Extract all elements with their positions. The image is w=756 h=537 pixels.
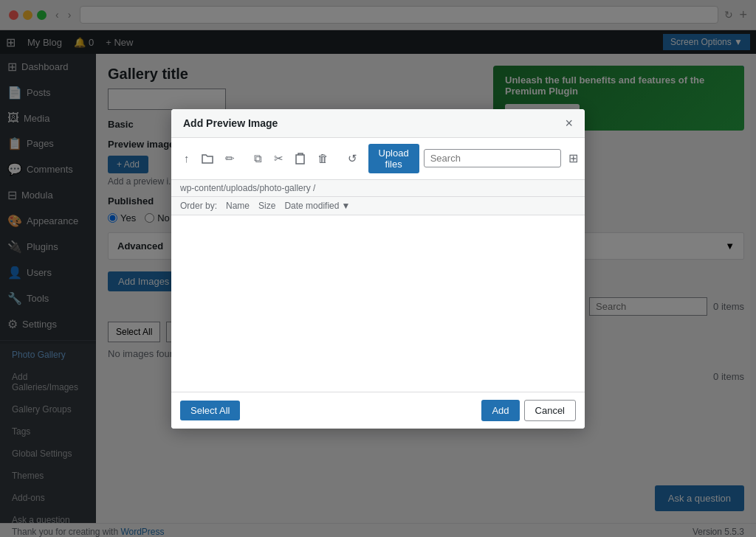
dialog-path: wp-content/uploads/photo-gallery /: [171, 180, 585, 197]
toolbar-copy-button[interactable]: ⧉: [250, 150, 266, 167]
toolbar-paste-button[interactable]: [292, 150, 309, 167]
dialog-search-input[interactable]: [424, 149, 561, 167]
dialog-body: [171, 215, 585, 392]
dialog-header: Add Preview Image ×: [171, 109, 585, 138]
toolbar-refresh-button[interactable]: ↺: [344, 150, 361, 167]
toolbar-upload-button[interactable]: ↑: [180, 150, 193, 167]
dialog-sort-row: Order by: Name Size Date modified ▼: [171, 197, 585, 215]
modal-overlay: Add Preview Image × ↑ ✏ ⧉ ✂ 🗑 ↺: [0, 0, 756, 537]
toolbar-folder-button[interactable]: [198, 151, 217, 166]
dialog-add-button[interactable]: Add: [481, 400, 519, 421]
toolbar-delete-button[interactable]: 🗑: [314, 150, 332, 167]
sort-by-size-button[interactable]: Size: [258, 201, 275, 211]
toolbar-cut-button[interactable]: ✂: [270, 150, 287, 167]
sort-by-name-button[interactable]: Name: [226, 201, 250, 211]
dialog-footer: Select All Add Cancel: [171, 392, 585, 429]
dialog-title: Add Preview Image: [183, 117, 278, 129]
dialog-footer-actions: Add Cancel: [481, 400, 576, 421]
dialog-toolbar: ↑ ✏ ⧉ ✂ 🗑 ↺ Upload files ⊞ ☰: [171, 138, 585, 180]
dialog-cancel-button[interactable]: Cancel: [524, 400, 576, 421]
order-by-label: Order by:: [180, 201, 217, 211]
dialog-select-all-button[interactable]: Select All: [180, 401, 240, 420]
view-grid-button[interactable]: ⊞: [566, 150, 581, 167]
dialog-close-button[interactable]: ×: [565, 117, 573, 130]
add-preview-dialog: Add Preview Image × ↑ ✏ ⧉ ✂ 🗑 ↺: [171, 109, 585, 429]
toolbar-edit-button[interactable]: ✏: [221, 150, 238, 167]
upload-files-button[interactable]: Upload files: [368, 144, 419, 173]
sort-by-date-dropdown[interactable]: Date modified ▼: [284, 201, 350, 211]
svg-rect-0: [296, 155, 304, 164]
